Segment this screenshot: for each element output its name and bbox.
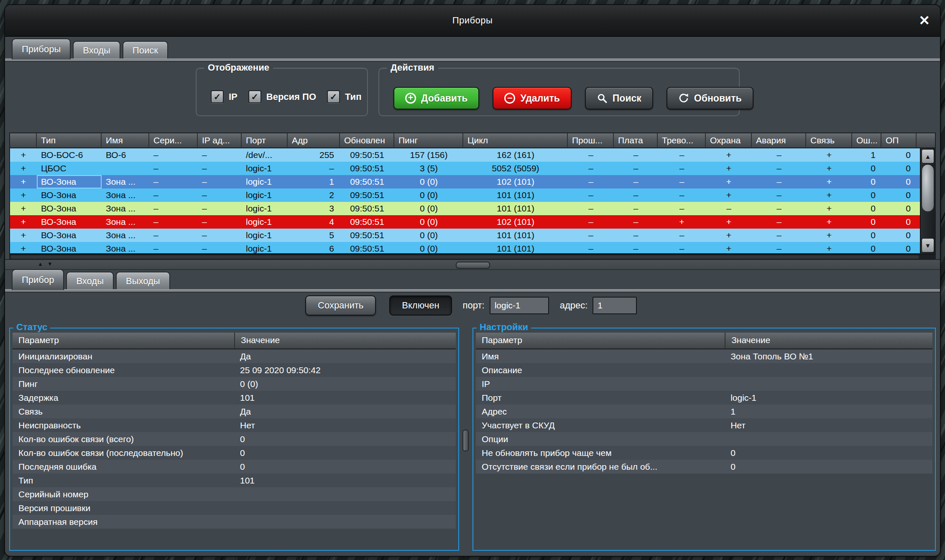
column-header-7[interactable]: Обновлен [340,133,394,148]
column-header-2[interactable]: Имя [102,133,149,148]
status-row-11[interactable]: Версия прошивки [13,501,456,515]
enabled-toggle-button[interactable]: Включен [389,295,452,316]
table-row-5[interactable]: +ВО-ЗонаЗона ...––logic-1409:50:510 (0)1… [10,215,921,229]
status-row-12[interactable]: Аппаратная версия [13,515,456,529]
scroll-up-button[interactable]: ▲ [922,149,934,163]
vertical-scrollbar[interactable]: ▲ ▼ [920,148,935,253]
table-row-6[interactable]: +ВО-ЗонаЗона ...––logic-1509:50:510 (0)1… [10,229,921,242]
status-row-10[interactable]: Серийный номер [13,487,456,501]
row-expander[interactable]: + [10,202,37,215]
scroll-thumb[interactable] [922,164,934,212]
status-row-1[interactable]: Последнее обновление25 09 2020 09:50:42 [13,363,456,377]
top-tab-1[interactable]: Входы [73,41,120,59]
settings-row-8[interactable]: Отсутствие связи если прибор не был об..… [476,460,932,473]
splitter-collapse-up-icon[interactable]: ▲ [38,261,43,267]
settings-row-6[interactable]: Опции [476,432,932,446]
port-input[interactable] [490,297,549,314]
address-input[interactable] [593,297,637,314]
splitter-bar[interactable]: ▲▼ [5,259,940,270]
settings-row-3[interactable]: Портlogic-1 [476,391,932,405]
column-header-0[interactable] [10,133,37,148]
status-row-9[interactable]: Тип101 [13,473,456,487]
column-header-6[interactable]: Адр [288,133,340,148]
status-row-2[interactable]: Пинг0 (0) [13,377,456,391]
settings-row-2[interactable]: IP [476,377,932,391]
panel-splitter-grip[interactable] [462,430,469,451]
top-tab-0[interactable]: Приборы [12,38,71,59]
status-row-3[interactable]: Задержка101 [13,391,456,405]
table-row-3[interactable]: +ВО-ЗонаЗона ...––logic-1209:50:510 (0)1… [10,188,921,202]
column-header-11[interactable]: Плата [614,133,658,148]
status-row-0[interactable]: ИнициализированДа [13,349,456,363]
checkbox-2[interactable]: ✓ [327,90,340,103]
row-expander[interactable]: + [10,148,37,162]
cell-6-2: Зона ... [102,229,149,242]
table-row-7[interactable]: +ВО-ЗонаЗона ...––logic-1609:50:510 (0)1… [10,242,921,253]
status-row-8[interactable]: Последняя ошибка0 [13,460,456,473]
cell-4-7: 09:50:51 [340,202,394,215]
column-header-17[interactable]: ОП [881,133,917,148]
top-tab-2[interactable]: Поиск [123,41,168,59]
column-header-10[interactable]: Прош... [568,133,614,148]
table-row-1[interactable]: +ЦБОС––logic-1–09:50:513 (5)5052 (5059)–… [10,162,921,175]
cell-3-6: 2 [288,188,340,202]
splitter-collapse-down-icon[interactable]: ▼ [47,261,53,267]
cell-0-9: 162 (161) [463,148,568,162]
row-expander[interactable]: + [10,242,37,253]
table-row-2[interactable]: +ВО-ЗонаЗона ...––logic-1109:50:510 (0)1… [10,175,921,188]
column-header-9[interactable]: Цикл [463,133,568,148]
column-header-4[interactable]: IP ад... [198,133,242,148]
cell-4-8: 0 (0) [394,202,463,215]
status-row-4[interactable]: СвязьДа [13,405,456,418]
column-header-5[interactable]: Порт [242,133,288,148]
row-expander[interactable]: + [10,162,37,175]
column-header-14[interactable]: Авария [752,133,806,148]
settings-row-7[interactable]: Не обновлять прибор чаще чем0 [476,446,932,460]
cell-0-5: /dev/... [242,148,288,162]
refresh-button[interactable]: Обновить [667,87,753,109]
bottom-tab-0[interactable]: Прибор [12,269,64,290]
settings-row-4[interactable]: Адрес1 [476,405,932,418]
row-expander[interactable]: + [10,229,37,242]
column-header-8[interactable]: Пинг [394,133,463,148]
column-header-15[interactable]: Связь [806,133,852,148]
column-header-3[interactable]: Сери... [149,133,198,148]
column-header-1[interactable]: Тип [37,133,102,148]
row-expander[interactable]: + [10,215,37,229]
bottom-tab-1[interactable]: Входы [66,272,114,290]
status-row-6[interactable]: Кол-во ошибок связи (всего)0 [13,432,456,446]
cell-5-4: – [198,215,242,229]
checkbox-1[interactable]: ✓ [248,90,261,103]
row-expander[interactable]: + [10,188,37,202]
bottom-tab-2[interactable]: Выходы [116,272,170,290]
settings-row-1[interactable]: Описание [476,363,932,377]
delete-button[interactable]: –Удалить [493,87,571,109]
checkbox-0[interactable]: ✓ [211,90,224,103]
settings-row-0[interactable]: ИмяЗона Тополь ВО №1 [476,349,932,363]
table-row-4[interactable]: +ВО-ЗонаЗона ...––logic-1309:50:510 (0)1… [10,202,921,215]
close-button[interactable]: ✕ [919,14,930,27]
splitter-arrows[interactable]: ▲▼ [38,261,53,267]
splitter-grip[interactable] [456,262,490,269]
table-row-0[interactable]: +ВО-БОС-6ВО-6––/dev/...25509:50:51157 (1… [10,148,921,162]
search-button[interactable]: Поиск [585,87,653,109]
add-button[interactable]: +Добавить [393,87,479,109]
row-expander[interactable]: + [10,175,37,188]
cell-7-5: logic-1 [242,242,288,253]
display-group-label: Отображение [204,62,273,73]
cell-2-4: – [198,175,242,188]
cell-6-12: – [658,229,706,242]
horizontal-scroll-thumb[interactable] [10,255,919,259]
column-header-13[interactable]: Охрана [706,133,752,148]
settings-value-7: 0 [725,446,932,460]
status-row-5[interactable]: НеисправностьНет [13,418,456,432]
cell-3-13: + [706,188,752,202]
scroll-down-button[interactable]: ▼ [922,238,934,252]
column-header-12[interactable]: Трево... [658,133,706,148]
cell-0-13: + [706,148,752,162]
save-button[interactable]: Сохранить [305,295,376,316]
status-row-7[interactable]: Кол-во ошибок связи (последовательно)0 [13,446,456,460]
column-header-16[interactable]: Ош... [852,133,881,148]
settings-param-3: Порт [476,391,725,405]
settings-row-5[interactable]: Участвует в СКУДНет [476,418,932,432]
